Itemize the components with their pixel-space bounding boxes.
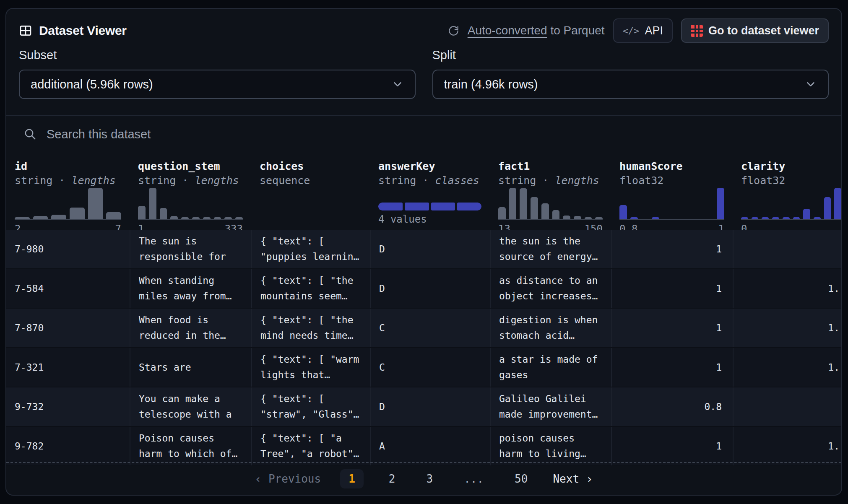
pagination-previous[interactable]: ‹Previous <box>255 472 321 486</box>
histogram-bar[interactable] <box>160 208 167 219</box>
cell-humanScore[interactable]: 1 <box>611 348 733 387</box>
histogram-bar[interactable] <box>531 197 538 219</box>
cell-answerKey[interactable]: D <box>370 269 490 308</box>
histogram-bar[interactable] <box>149 188 156 219</box>
histogram-bar[interactable] <box>509 188 517 219</box>
auto-converted-link[interactable]: Auto-converted <box>468 24 547 37</box>
histogram-bar[interactable] <box>181 217 189 219</box>
histogram-bar[interactable] <box>783 217 790 219</box>
histogram-bar[interactable] <box>563 216 570 219</box>
cell-answerKey[interactable]: C <box>370 309 490 347</box>
cell-question_stem[interactable]: When food is reduced in the… <box>130 309 251 347</box>
histogram-bar[interactable] <box>170 216 178 219</box>
cell-answerKey[interactable]: D <box>370 230 490 268</box>
histogram-bar[interactable] <box>595 217 603 219</box>
histogram-bar[interactable] <box>214 217 221 219</box>
histogram-bar[interactable] <box>793 217 800 219</box>
cell-question_stem[interactable]: You can make a telescope with a <box>130 387 251 426</box>
pagination-page-1[interactable]: 1 <box>340 469 364 488</box>
cell-clarity[interactable]: 1. <box>733 427 841 465</box>
cell-choices[interactable]: { "text": [ "a Tree", "a robot"… <box>251 427 370 465</box>
cell-id[interactable]: 7-870 <box>6 309 130 347</box>
classes-bar[interactable] <box>378 203 481 210</box>
cell-fact1[interactable]: the sun is the source of energy… <box>490 230 611 268</box>
class-segment[interactable] <box>378 203 403 210</box>
cell-choices[interactable]: { "text": [ "puppies learnin… <box>251 230 370 268</box>
pagination-next[interactable]: Next› <box>553 472 593 486</box>
cell-fact1[interactable]: poison causes harm to living… <box>490 427 611 465</box>
goto-dataset-viewer-button[interactable]: Go to dataset viewer <box>681 18 829 43</box>
histogram-bar[interactable] <box>752 217 759 219</box>
cell-question_stem[interactable]: Poison causes harm to which of… <box>130 427 251 465</box>
histogram-bar[interactable] <box>15 217 30 219</box>
class-segment[interactable] <box>457 203 481 210</box>
histogram-bar[interactable] <box>552 210 560 219</box>
histogram-bar[interactable] <box>772 217 779 219</box>
cell-clarity[interactable]: 1. <box>733 309 841 347</box>
histogram-bar[interactable] <box>203 217 211 219</box>
cell-answerKey[interactable]: D <box>370 387 490 426</box>
histogram-bar[interactable] <box>814 217 821 219</box>
cell-answerKey[interactable]: C <box>370 348 490 387</box>
cell-fact1[interactable]: digestion is when stomach acid… <box>490 309 611 347</box>
histogram-bar[interactable] <box>619 205 627 219</box>
histogram-bar[interactable] <box>541 203 549 219</box>
cell-humanScore[interactable]: 0.8 <box>611 387 733 426</box>
cell-clarity[interactable]: 1. <box>733 269 841 308</box>
histogram-bar[interactable] <box>192 217 200 219</box>
cell-id[interactable]: 7-980 <box>6 230 130 268</box>
search-input[interactable] <box>47 127 829 141</box>
histogram-bar[interactable] <box>70 208 85 219</box>
cell-fact1[interactable]: Galileo Galilei made improvement… <box>490 387 611 426</box>
cell-id[interactable]: 7-584 <box>6 269 130 308</box>
cell-clarity[interactable]: 1. <box>733 348 841 387</box>
pagination-page-2[interactable]: 2 <box>383 469 401 488</box>
cell-clarity[interactable] <box>733 230 841 268</box>
histogram-bar[interactable] <box>498 207 506 219</box>
cell-humanScore[interactable]: 1 <box>611 230 733 268</box>
cell-value: { "text": [ "warm lights that… <box>260 352 362 383</box>
histogram-bar[interactable] <box>138 206 146 219</box>
subset-select[interactable]: additional (5.96k rows) <box>19 70 416 99</box>
cell-id[interactable]: 9-782 <box>6 427 130 465</box>
histogram-bar[interactable] <box>51 215 66 219</box>
histogram-bar[interactable] <box>224 217 232 219</box>
cell-choices[interactable]: { "text": [ "the mountains seem… <box>251 269 370 308</box>
cell-fact1[interactable]: a star is made of gases <box>490 348 611 387</box>
cell-choices[interactable]: { "text": [ "warm lights that… <box>251 348 370 387</box>
histogram-bar[interactable] <box>88 188 103 219</box>
histogram-bar[interactable] <box>574 216 581 219</box>
api-button[interactable]: </> API <box>613 18 673 43</box>
histogram-bar[interactable] <box>630 217 638 219</box>
histogram-bar[interactable] <box>652 217 659 219</box>
cell-question_stem[interactable]: The sun is responsible for <box>130 230 251 268</box>
histogram-bar[interactable] <box>834 188 841 219</box>
cell-choices[interactable]: { "text": [ "straw", "Glass"… <box>251 387 370 426</box>
histogram-bar[interactable] <box>585 217 592 219</box>
cell-humanScore[interactable]: 1 <box>611 427 733 465</box>
histogram-bar[interactable] <box>235 217 243 219</box>
split-select[interactable]: train (4.96k rows) <box>432 70 829 99</box>
cell-humanScore[interactable]: 1 <box>611 269 733 308</box>
histogram-bar[interactable] <box>33 216 48 219</box>
cell-id[interactable]: 9-732 <box>6 387 130 426</box>
histogram-bar[interactable] <box>803 209 810 219</box>
histogram-bar[interactable] <box>741 217 748 219</box>
cell-clarity[interactable] <box>733 387 841 426</box>
class-segment[interactable] <box>431 203 455 210</box>
cell-fact1[interactable]: as distance to an object increases… <box>490 269 611 308</box>
cell-humanScore[interactable]: 1 <box>611 309 733 347</box>
cell-choices[interactable]: { "text": [ "the mind needs time… <box>251 309 370 347</box>
cell-question_stem[interactable]: When standing miles away from… <box>130 269 251 308</box>
cell-question_stem[interactable]: Stars are <box>130 348 251 387</box>
cell-id[interactable]: 7-321 <box>6 348 130 387</box>
cell-answerKey[interactable]: A <box>370 427 490 465</box>
class-segment[interactable] <box>405 203 429 210</box>
histogram-bar[interactable] <box>106 212 121 219</box>
histogram-bar[interactable] <box>520 188 527 219</box>
histogram-bar[interactable] <box>762 217 769 219</box>
pagination-page-3[interactable]: 3 <box>420 469 439 488</box>
histogram-bar[interactable] <box>717 188 724 219</box>
histogram-bar[interactable] <box>824 197 831 219</box>
pagination-page-50[interactable]: 50 <box>509 469 533 488</box>
